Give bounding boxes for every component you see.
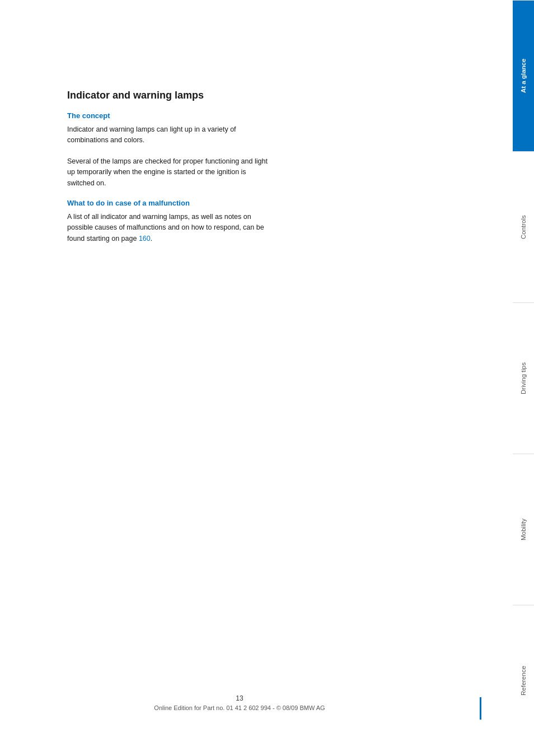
concept-paragraph-2: Several of the lamps are checked for pro… [67,156,274,189]
copyright-text: Online Edition for Part no. 01 41 2 602 … [154,704,325,711]
page-number: 13 [0,694,479,702]
sidebar-tab-at-a-glance[interactable]: At a glance [513,0,534,151]
sidebar-tab-driving-tips[interactable]: Driving tips [513,302,534,454]
subsection-title-concept: The concept [67,111,479,120]
sidebar-tab-at-a-glance-label: At a glance [520,59,527,93]
page-container: Indicator and warning lamps The concept … [0,0,534,756]
sidebar-tab-reference[interactable]: Reference [513,605,534,756]
sidebar-tab-mobility[interactable]: Mobility [513,454,534,605]
sidebar-tab-controls[interactable]: Controls [513,151,534,302]
sidebar-tab-driving-tips-label: Driving tips [520,362,527,394]
sidebar-tab-mobility-label: Mobility [520,519,527,540]
main-content: Indicator and warning lamps The concept … [0,0,513,756]
malfunction-paragraph: A list of all indicator and warning lamp… [67,212,274,244]
concept-paragraph-1: Indicator and warning lamps can light up… [67,124,274,146]
footer: 13 Online Edition for Part no. 01 41 2 6… [0,694,479,711]
sidebar-tab-reference-label: Reference [520,666,527,696]
subsection-title-malfunction: What to do in case of a malfunction [67,199,479,207]
page-link-160[interactable]: 160 [139,235,151,242]
section-title: Indicator and warning lamps [67,90,479,101]
sidebar: At a glance Controls Driving tips Mobili… [513,0,534,756]
footer-accent-line [480,697,481,720]
sidebar-tab-controls-label: Controls [520,215,527,239]
